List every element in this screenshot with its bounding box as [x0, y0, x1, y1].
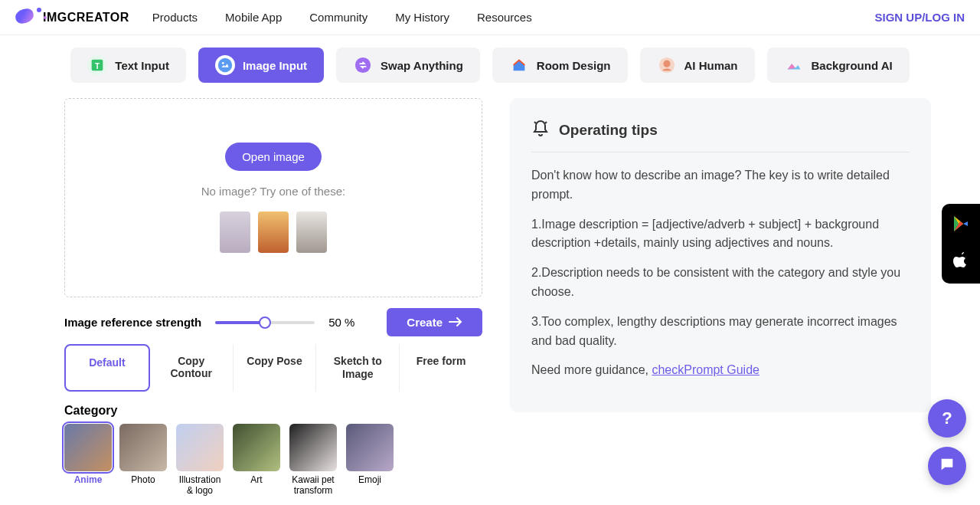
bell-icon [531, 120, 550, 141]
apple-icon[interactable] [952, 251, 970, 273]
category-list: Anime Photo Illustration & logo Art Kawa… [64, 424, 482, 497]
slider-thumb[interactable] [259, 316, 271, 329]
category-illustration-logo[interactable]: Illustration & logo [175, 424, 225, 497]
strength-percent: 50 % [328, 316, 354, 329]
tips-body: Don't know how to describe an image? The… [531, 152, 910, 380]
mode-image-input[interactable]: Image Input [198, 48, 324, 83]
mode-label: Image Input [243, 59, 307, 72]
category-emoji[interactable]: Emoji [346, 424, 394, 497]
nav-mobile-app[interactable]: Mobile App [225, 11, 282, 24]
category-label: Photo [131, 474, 155, 485]
sample-image-1[interactable] [220, 212, 250, 253]
subtab-copy-contour[interactable]: Copy Contour [150, 344, 234, 392]
tips-point-1: 1.Image description = [adjective/adverb … [531, 215, 910, 254]
mode-label: AI Human [684, 59, 738, 72]
svg-point-6 [663, 61, 670, 67]
svg-point-2 [218, 58, 232, 72]
tips-header: Operating tips [531, 120, 910, 152]
category-kawaii-pet[interactable]: Kawaii pet transform [288, 424, 338, 497]
nav-products[interactable]: Products [152, 11, 198, 24]
category-label: Kawaii pet transform [288, 474, 338, 497]
subtab-default[interactable]: Default [64, 344, 150, 392]
tips-guide-line: Need more guidance, checkPrompt Guide [531, 361, 910, 380]
mode-background-ai[interactable]: Background AI [767, 48, 910, 83]
nav-resources[interactable]: Resources [477, 11, 532, 24]
mode-label: Text Input [115, 59, 169, 72]
svg-point-3 [222, 62, 224, 64]
category-label: Illustration & logo [175, 474, 225, 497]
subtab-sketch-to-image[interactable]: Sketch to Image [316, 344, 400, 392]
category-title: Category [64, 404, 482, 418]
nav-community[interactable]: Community [309, 11, 368, 24]
svg-point-4 [355, 57, 371, 73]
arrow-right-icon [449, 316, 462, 329]
house-icon [509, 55, 529, 75]
sample-image-3[interactable] [296, 212, 327, 253]
chat-fab[interactable] [928, 447, 966, 485]
header: IMGCREATOR Products Mobile App Community… [0, 0, 980, 35]
category-thumb [346, 424, 394, 471]
category-photo[interactable]: Photo [119, 424, 167, 497]
prompt-guide-link[interactable]: checkPrompt Guide [652, 363, 760, 376]
mode-ai-human[interactable]: AI Human [640, 48, 755, 83]
category-thumb [119, 424, 167, 471]
category-label: Emoji [358, 474, 381, 485]
help-fab[interactable]: ? [928, 399, 966, 438]
mode-swap-anything[interactable]: Swap Anything [336, 48, 480, 83]
create-button-label: Create [407, 316, 443, 329]
auth-link[interactable]: SIGN UP/LOG IN [874, 11, 965, 24]
brand-logo[interactable]: IMGCREATOR [15, 9, 129, 26]
subtab-bar: Default Copy Contour Copy Pose Sketch to… [64, 344, 482, 392]
image-icon [215, 55, 235, 75]
background-icon [784, 55, 804, 75]
mode-label: Background AI [812, 59, 893, 72]
app-store-bar [942, 204, 980, 284]
mode-text-input[interactable]: T Text Input [70, 48, 186, 83]
human-icon [657, 55, 677, 75]
guide-prefix: Need more guidance, [531, 363, 652, 376]
tips-panel: Operating tips Don't know how to describ… [510, 98, 931, 412]
category-art[interactable]: Art [233, 424, 280, 497]
svg-text:T: T [95, 62, 100, 71]
category-thumb [289, 424, 337, 471]
sample-images [220, 212, 327, 253]
mode-label: Room Design [537, 59, 611, 72]
category-thumb [64, 424, 112, 471]
strength-slider[interactable] [215, 321, 315, 324]
tips-point-2: 2.Description needs to be consistent wit… [531, 264, 910, 302]
google-play-icon[interactable] [952, 215, 970, 236]
mode-room-design[interactable]: Room Design [492, 48, 628, 83]
category-label: Anime [74, 474, 103, 485]
strength-row: Image reference strength 50 % Create [64, 297, 482, 343]
strength-label: Image reference strength [64, 316, 201, 329]
slider-fill [215, 321, 265, 324]
logo-mark-icon [15, 9, 38, 26]
nav-my-history[interactable]: My History [395, 11, 449, 24]
upload-dropzone[interactable]: Open image No image? Try one of these: [64, 98, 482, 297]
chat-icon [939, 456, 956, 476]
brand-name: IMGCREATOR [43, 11, 129, 25]
tips-point-3: 3.Too complex, lengthy descriptions may … [531, 313, 910, 351]
swap-icon [353, 55, 373, 75]
mode-label: Swap Anything [381, 59, 463, 72]
category-thumb [233, 424, 280, 471]
main-nav: Products Mobile App Community My History… [152, 11, 532, 24]
tips-title: Operating tips [559, 122, 658, 139]
sample-image-2[interactable] [258, 212, 289, 253]
subtab-copy-pose[interactable]: Copy Pose [234, 344, 317, 392]
category-label: Art [250, 474, 262, 485]
subtab-free-form[interactable]: Free form [400, 344, 482, 392]
text-icon: T [87, 55, 107, 75]
mode-tabs: T Text Input Image Input Swap Anything R… [0, 35, 980, 90]
tips-intro: Don't know how to describe an image? The… [531, 166, 910, 205]
category-anime[interactable]: Anime [64, 424, 112, 497]
try-samples-label: No image? Try one of these: [201, 185, 345, 198]
open-image-button[interactable]: Open image [225, 143, 322, 171]
category-thumb [176, 424, 224, 471]
create-button[interactable]: Create [387, 308, 482, 336]
